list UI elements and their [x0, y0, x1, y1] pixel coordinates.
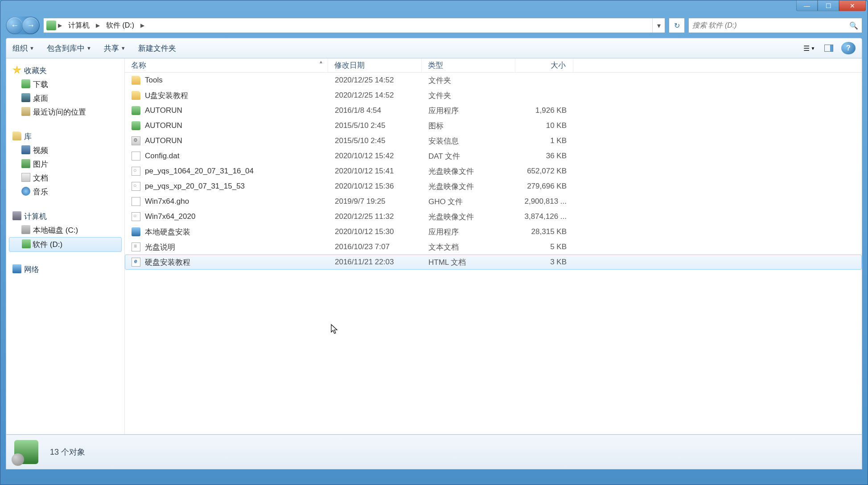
file-row[interactable]: U盘安装教程2020/12/25 14:52文件夹 — [125, 88, 862, 103]
file-date: 2016/1/8 4:54 — [329, 106, 422, 115]
nav-arrows: ← → — [6, 16, 40, 34]
sidebar-item-recent[interactable]: 最近访问的位置 — [6, 105, 124, 119]
file-row[interactable]: AUTORUN2015/5/10 2:45图标10 KB — [125, 118, 862, 133]
organize-menu[interactable]: 组织▼ — [12, 43, 34, 53]
file-name: 光盘说明 — [145, 242, 175, 252]
file-row[interactable]: pe_yqs_xp_20_07_31_15_532020/10/12 15:36… — [125, 179, 862, 194]
file-row[interactable]: Win7x64.gho2019/9/7 19:25GHO 文件2,900,813… — [125, 194, 862, 209]
share-menu[interactable]: 共享▼ — [104, 43, 126, 53]
close-button[interactable]: ✕ — [839, 0, 866, 11]
include-library-menu[interactable]: 包含到库中▼ — [47, 43, 91, 53]
file-date: 2020/12/25 11:32 — [329, 212, 422, 221]
file-row[interactable]: AUTORUN2015/5/10 2:45安装信息1 KB — [125, 133, 862, 148]
column-header-name[interactable]: 名称▲ — [125, 58, 328, 72]
file-row[interactable]: Win7x64_20202020/12/25 11:32光盘映像文件3,874,… — [125, 209, 862, 224]
search-box[interactable]: 🔍 — [688, 18, 862, 33]
file-size: 36 KB — [516, 152, 574, 160]
sidebar-header-computer[interactable]: 计算机 — [6, 210, 124, 223]
file-name: AUTORUN — [145, 136, 182, 145]
file-row[interactable]: 光盘说明2016/10/23 7:07文本文档5 KB — [125, 239, 862, 255]
sort-asc-icon: ▲ — [319, 59, 323, 64]
document-icon — [21, 173, 30, 182]
breadcrumb-drive[interactable]: 软件 (D:) — [102, 18, 139, 33]
view-options-button[interactable]: ☰▼ — [802, 42, 816, 54]
sidebar-item-desktop[interactable]: 桌面 — [6, 91, 124, 105]
chevron-right-icon[interactable]: ▶ — [56, 22, 64, 29]
caret-down-icon: ▼ — [29, 45, 34, 51]
file-name: 本地硬盘安装 — [145, 227, 190, 237]
breadcrumb-computer[interactable]: 计算机 — [64, 18, 94, 33]
video-icon — [21, 145, 30, 154]
sidebar-label: 库 — [24, 132, 32, 142]
file-name: Win7x64_2020 — [145, 212, 195, 221]
column-header-size[interactable]: 大小 — [515, 58, 573, 72]
file-icon — [132, 182, 140, 191]
file-name: U盘安装教程 — [145, 90, 188, 101]
chevron-right-icon[interactable]: ▶ — [94, 22, 102, 29]
file-type: 光盘映像文件 — [422, 166, 516, 177]
drive-large-icon — [14, 440, 38, 464]
file-date: 2020/12/25 14:52 — [329, 76, 422, 85]
maximize-button[interactable]: ☐ — [818, 0, 839, 11]
recent-icon — [21, 107, 30, 116]
file-size: 3,874,126 ... — [516, 212, 574, 221]
desktop-icon — [21, 93, 30, 102]
sidebar-header-network[interactable]: 网络 — [6, 263, 124, 276]
file-icon — [132, 152, 140, 160]
file-name: Tools — [145, 76, 163, 85]
file-date: 2020/10/12 15:36 — [329, 182, 422, 191]
file-type: HTML 文档 — [422, 257, 516, 267]
file-type: GHO 文件 — [422, 197, 516, 207]
sidebar-item-videos[interactable]: 视频 — [6, 144, 124, 157]
column-header-type[interactable]: 类型 — [422, 58, 515, 72]
forward-button[interactable]: → — [23, 17, 39, 33]
sidebar-header-favorites[interactable]: 收藏夹 — [6, 64, 124, 78]
new-folder-button[interactable]: 新建文件夹 — [138, 43, 176, 53]
explorer-window: — ☐ ✕ ← → ▶ 计算机 ▶ 软件 (D:) ▶ ▾ ↻ 🔍 组织▼ 包含… — [0, 0, 868, 485]
file-row[interactable]: 硬盘安装教程2016/11/21 22:03HTML 文档3 KB — [125, 255, 862, 270]
caret-down-icon: ▼ — [121, 45, 126, 51]
refresh-button[interactable]: ↻ — [669, 18, 685, 33]
file-size: 28,315 KB — [516, 227, 574, 236]
file-type: 光盘映像文件 — [422, 212, 516, 222]
file-type: 安装信息 — [422, 136, 516, 146]
search-input[interactable] — [692, 21, 849, 29]
caret-down-icon: ▼ — [86, 45, 91, 51]
file-row[interactable]: AUTORUN2016/1/8 4:54应用程序1,926 KB — [125, 103, 862, 118]
preview-pane-button[interactable] — [822, 42, 836, 54]
file-icon — [132, 212, 140, 221]
address-dropdown-button[interactable]: ▾ — [652, 18, 665, 33]
search-icon[interactable]: 🔍 — [849, 21, 858, 30]
chevron-right-icon[interactable]: ▶ — [139, 22, 146, 29]
file-date: 2019/9/7 19:25 — [329, 197, 422, 206]
sidebar-header-libraries[interactable]: 库 — [6, 130, 124, 144]
sidebar-item-documents[interactable]: 文档 — [6, 171, 124, 185]
file-size: 1 KB — [516, 136, 574, 145]
file-name: 硬盘安装教程 — [145, 257, 190, 267]
file-date: 2020/10/12 15:41 — [329, 167, 422, 176]
file-icon — [132, 227, 140, 236]
file-icon — [132, 167, 140, 176]
drive-icon — [22, 239, 31, 248]
picture-icon — [21, 159, 30, 168]
back-button[interactable]: ← — [7, 17, 23, 33]
file-row[interactable]: Tools2020/12/25 14:52文件夹 — [125, 73, 862, 88]
file-name: Win7x64.gho — [145, 197, 189, 206]
sidebar-item-drive-c[interactable]: 本地磁盘 (C:) — [6, 223, 124, 237]
file-list-pane: 名称▲ 修改日期 类型 大小 Tools2020/12/25 14:52文件夹U… — [125, 58, 862, 434]
download-icon — [21, 79, 30, 88]
sidebar-item-downloads[interactable]: 下载 — [6, 78, 124, 91]
file-row[interactable]: pe_yqs_1064_20_07_31_16_042020/10/12 15:… — [125, 164, 862, 179]
file-icon — [132, 197, 140, 206]
file-icon — [132, 91, 140, 100]
column-header-date[interactable]: 修改日期 — [328, 58, 422, 72]
file-row[interactable]: Config.dat2020/10/12 15:42DAT 文件36 KB — [125, 148, 862, 164]
minimize-button[interactable]: — — [796, 0, 818, 11]
sidebar-item-music[interactable]: 音乐 — [6, 185, 124, 199]
body: 收藏夹 下载 桌面 最近访问的位置 库 视频 图片 文档 音乐 计算机 — [6, 58, 862, 435]
sidebar-item-drive-d[interactable]: 软件 (D:) — [9, 237, 122, 252]
address-bar[interactable]: ▶ 计算机 ▶ 软件 (D:) ▶ ▾ — [43, 18, 665, 33]
help-button[interactable]: ? — [841, 42, 856, 54]
file-row[interactable]: 本地硬盘安装2020/10/12 15:30应用程序28,315 KB — [125, 224, 862, 239]
sidebar-item-pictures[interactable]: 图片 — [6, 157, 124, 171]
